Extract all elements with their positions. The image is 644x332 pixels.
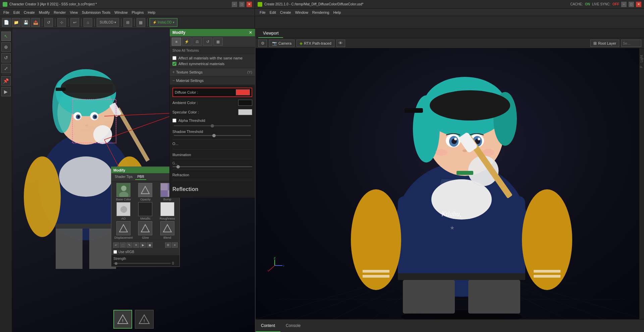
cache-status: ON bbox=[585, 2, 590, 6]
action-btn-8[interactable]: ≡ bbox=[172, 242, 178, 248]
cc-menu-submission[interactable]: Submission Tools bbox=[80, 10, 112, 15]
diffuse-color-swatch[interactable] bbox=[236, 89, 250, 95]
toolbar-undo[interactable]: ↩ bbox=[70, 18, 79, 27]
ambient-color-swatch[interactable] bbox=[238, 100, 252, 106]
cc-menu-file[interactable]: File bbox=[1, 10, 11, 15]
texture-thumb-glow[interactable] bbox=[138, 221, 152, 235]
bottom-tab-content[interactable]: Content bbox=[256, 320, 280, 332]
create-menu-create[interactable]: Create bbox=[278, 10, 293, 15]
create-close-btn[interactable]: ✕ bbox=[636, 2, 641, 7]
cc-side-btn-cursor[interactable]: ↖ bbox=[1, 32, 11, 41]
cc-menu-help[interactable]: Help bbox=[146, 10, 157, 15]
vt-eye-btn[interactable]: 👁 bbox=[336, 40, 345, 47]
vt-layers-btn[interactable]: ⊞ Root Layer bbox=[590, 40, 619, 47]
right-side-panel: Light P bbox=[639, 48, 644, 319]
svg-point-3 bbox=[59, 156, 113, 197]
toolbar-mesh[interactable]: ⊞ bbox=[123, 18, 132, 27]
illumination-header[interactable]: Illumination bbox=[172, 151, 252, 159]
shader-tab-pbr[interactable]: PBR bbox=[135, 174, 146, 180]
cc-close-btn[interactable]: ✕ bbox=[247, 2, 252, 7]
toolbar-sublod[interactable]: SUBLOD ▾ bbox=[97, 18, 119, 27]
toolbar-open[interactable]: 📁 bbox=[12, 18, 20, 27]
affect-sym-checkbox[interactable] bbox=[172, 62, 176, 66]
live-sync-status: OFF bbox=[612, 2, 619, 6]
toolbar-export[interactable]: 📤 bbox=[31, 18, 40, 27]
create-menu-help[interactable]: Help bbox=[331, 10, 343, 15]
reflection-header[interactable]: Reflection bbox=[172, 182, 252, 195]
action-btn-6[interactable]: ◼ bbox=[147, 242, 153, 248]
action-btn-5[interactable]: ▶ bbox=[140, 242, 146, 248]
cc-title: Character Creator 3 [Apr 8 2021] - SSS c… bbox=[9, 2, 230, 6]
texture-thumb-displacement[interactable] bbox=[116, 221, 130, 235]
toolbar-sep4 bbox=[81, 18, 82, 27]
action-btn-3[interactable]: ✎ bbox=[126, 242, 132, 248]
alpha-threshold-checkbox[interactable] bbox=[172, 118, 176, 123]
toolbar-home[interactable]: ⌂ bbox=[84, 18, 92, 27]
cc-max-btn[interactable]: □ bbox=[239, 2, 245, 7]
vt-rtx-btn[interactable]: ◈ RTX Path-traced bbox=[297, 40, 334, 47]
cc-menu-render[interactable]: Render bbox=[52, 10, 68, 15]
modify-tab-refresh[interactable]: ↺ bbox=[203, 38, 212, 46]
action-btn-7[interactable]: ⚙ bbox=[165, 242, 171, 248]
create-menu-window[interactable]: Window bbox=[293, 10, 310, 15]
vt-camera-btn[interactable]: 📷 Camera bbox=[269, 40, 294, 47]
bottom-tab-console[interactable]: Console bbox=[280, 320, 306, 332]
toolbar-new[interactable]: 📄 bbox=[2, 18, 11, 27]
alpha-slider-thumb[interactable] bbox=[211, 124, 214, 128]
modify-tab-settings[interactable]: ≡ bbox=[172, 38, 181, 46]
toolbar-instalod[interactable]: ⚡ InstaLOD ▾ bbox=[150, 18, 177, 27]
cc-menu-create[interactable]: Create bbox=[22, 10, 37, 15]
viewport-tab[interactable]: Viewport bbox=[258, 29, 283, 38]
texture-thumb-blend[interactable] bbox=[160, 221, 174, 235]
shadow-slider-thumb[interactable] bbox=[212, 134, 216, 137]
cc-min-btn[interactable]: − bbox=[232, 2, 237, 7]
create-max-btn[interactable]: □ bbox=[629, 2, 634, 7]
material-settings-header[interactable]: − Material Settings bbox=[170, 77, 255, 85]
texture-thumb-opacity[interactable] bbox=[138, 183, 152, 197]
glossiness-thumb[interactable] bbox=[176, 165, 180, 169]
create-menu-rendering[interactable]: Rendering bbox=[310, 10, 331, 15]
texture-thumb-metallic[interactable] bbox=[138, 202, 152, 216]
modify-tab-grid[interactable]: ▦ bbox=[213, 38, 223, 46]
action-btn-2[interactable]: ⬚ bbox=[120, 242, 126, 248]
cc-menu-plugins[interactable]: Plugins bbox=[129, 10, 146, 15]
create-min-btn[interactable]: − bbox=[621, 2, 627, 7]
cc-menu-modify[interactable]: Modify bbox=[37, 10, 52, 15]
toolbar-rotate[interactable]: ↺ bbox=[44, 18, 53, 27]
svg-marker-30 bbox=[141, 186, 149, 194]
cc-menu-edit[interactable]: Edit bbox=[11, 10, 22, 15]
cc-side-btn-pin[interactable]: 📌 bbox=[1, 76, 11, 86]
affect-all-checkbox[interactable] bbox=[172, 56, 176, 60]
cc-menu-window[interactable]: Window bbox=[112, 10, 129, 15]
toolbar-select[interactable]: ⊹ bbox=[57, 18, 66, 27]
action-btn-4[interactable]: ✕ bbox=[133, 242, 139, 248]
modify-tab-balance[interactable]: ⚖ bbox=[193, 38, 202, 46]
create-menubar: File Edit Create Window Rendering Help bbox=[255, 9, 644, 16]
modify-close[interactable]: ✕ bbox=[249, 30, 252, 35]
action-btn-1[interactable]: ↩ bbox=[113, 242, 119, 248]
warning-icon-2[interactable]: ! bbox=[135, 310, 154, 329]
vt-settings-btn[interactable]: ⚙ bbox=[258, 40, 267, 47]
modify-tab-lightning[interactable]: ⚡ bbox=[182, 38, 192, 46]
shader-tab-tips[interactable]: Shader Tips bbox=[113, 174, 135, 180]
cc-side-btn-play[interactable]: ▶ bbox=[1, 87, 11, 96]
cc-side-btn-rotate[interactable]: ↺ bbox=[1, 53, 11, 62]
cc-side-btn-move[interactable]: ⊕ bbox=[1, 42, 11, 52]
texture-thumb-roughness[interactable] bbox=[160, 202, 174, 216]
toolbar-texture[interactable]: ▦ bbox=[137, 18, 145, 27]
usergb-checkbox[interactable] bbox=[113, 250, 117, 254]
strength-slider-thumb[interactable] bbox=[115, 262, 117, 265]
texture-thumb-base[interactable] bbox=[116, 183, 130, 197]
create-menu-edit[interactable]: Edit bbox=[268, 10, 278, 15]
toolbar-save[interactable]: 💾 bbox=[21, 18, 30, 27]
warning-icon-1[interactable]: ! bbox=[113, 310, 132, 329]
texture-thumb-ao[interactable] bbox=[116, 202, 130, 216]
cc-side-btn-scale[interactable]: ⤢ bbox=[1, 64, 11, 73]
viewport-search[interactable] bbox=[621, 40, 641, 47]
shadow-threshold-row: Shadow Threshold bbox=[172, 130, 252, 134]
refraction-header[interactable]: Refraction bbox=[172, 171, 252, 179]
create-menu-file[interactable]: File bbox=[258, 10, 268, 15]
texture-settings-header[interactable]: + Texture Settings (Y) bbox=[170, 68, 255, 77]
cc-menu-view[interactable]: View bbox=[68, 10, 80, 15]
specular-color-swatch[interactable] bbox=[238, 109, 252, 115]
